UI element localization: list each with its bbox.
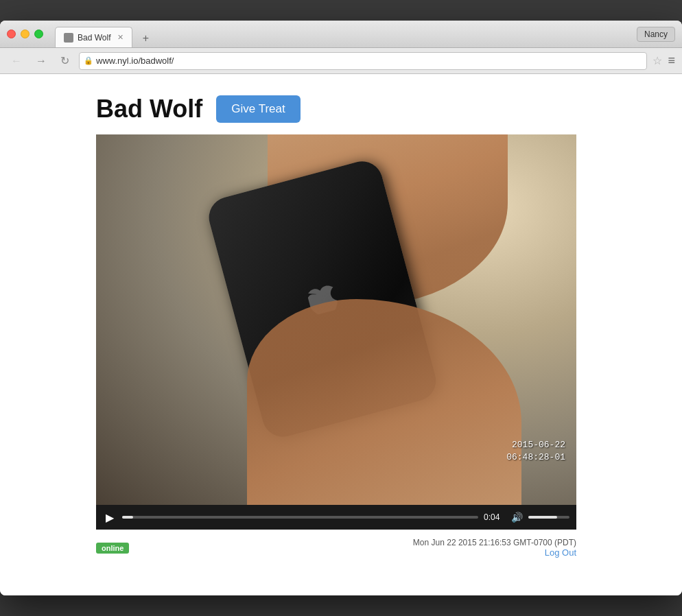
bookmark-icon[interactable]: ☆ — [652, 54, 662, 67]
give-treat-button[interactable]: Give Treat — [216, 95, 300, 123]
menu-icon[interactable]: ≡ — [668, 54, 675, 68]
play-button[interactable]: ▶ — [103, 511, 117, 524]
video-timestamp: 2015-06-22 06:48:28-01 — [506, 439, 565, 464]
address-field[interactable]: 🔒 www.nyl.io/badwolf/ — [79, 52, 647, 70]
progress-bar[interactable] — [122, 516, 478, 519]
logout-link[interactable]: Log Out — [545, 547, 576, 558]
time-display: 0:04 — [484, 512, 506, 522]
tab-close-icon[interactable]: ✕ — [117, 33, 124, 42]
tab-label: Bad Wolf — [78, 33, 110, 43]
title-bar: Bad Wolf ✕ + Nancy — [0, 21, 682, 48]
video-container: 2015-06-22 06:48:28-01 ▶ 0:04 🔊 — [96, 134, 576, 530]
back-button[interactable]: ← — [7, 52, 26, 70]
lock-icon: 🔒 — [84, 56, 93, 65]
volume-fill — [528, 516, 557, 519]
refresh-button[interactable]: ↻ — [56, 51, 73, 70]
status-bar: online Mon Jun 22 2015 21:16:53 GMT-0700… — [96, 534, 576, 562]
user-badge: Nancy — [637, 27, 675, 42]
volume-icon[interactable]: 🔊 — [511, 512, 523, 523]
forward-button[interactable]: → — [32, 52, 51, 70]
page-content: Bad Wolf Give Treat 2015-06-22 06:48:28-… — [0, 74, 682, 595]
minimize-button[interactable] — [21, 29, 30, 38]
url-text: www.nyl.io/badwolf/ — [96, 56, 174, 66]
tab-bar: Bad Wolf ✕ + — [55, 21, 154, 47]
back-icon: ← — [11, 55, 22, 67]
page-header: Bad Wolf Give Treat — [96, 95, 655, 123]
maximize-button[interactable] — [34, 29, 43, 38]
tab-favicon — [64, 33, 73, 43]
online-badge: online — [96, 543, 129, 554]
timestamp-date: 2015-06-22 — [506, 439, 565, 451]
video-frame[interactable]: 2015-06-22 06:48:28-01 — [96, 134, 576, 505]
progress-fill — [122, 516, 133, 519]
browser-window: Bad Wolf ✕ + Nancy ← → ↻ 🔒 www.nyl.io/ba… — [0, 21, 682, 595]
address-bar: ← → ↻ 🔒 www.nyl.io/badwolf/ ☆ ≡ — [0, 48, 682, 74]
volume-bar[interactable] — [528, 516, 569, 519]
close-button[interactable] — [7, 29, 16, 38]
bottom-right: Mon Jun 22 2015 21:16:53 GMT-0700 (PDT) … — [413, 538, 576, 558]
new-tab-button[interactable]: + — [137, 29, 154, 47]
user-name: Nancy — [644, 29, 668, 39]
active-tab[interactable]: Bad Wolf ✕ — [55, 27, 132, 47]
page-title: Bad Wolf — [96, 95, 202, 123]
refresh-icon: ↻ — [60, 55, 69, 67]
video-controls: ▶ 0:04 🔊 — [96, 505, 576, 530]
status-datetime: Mon Jun 22 2015 21:16:53 GMT-0700 (PDT) — [413, 538, 576, 547]
timestamp-time: 06:48:28-01 — [506, 451, 565, 464]
window-controls — [7, 29, 43, 38]
forward-icon: → — [36, 55, 47, 67]
